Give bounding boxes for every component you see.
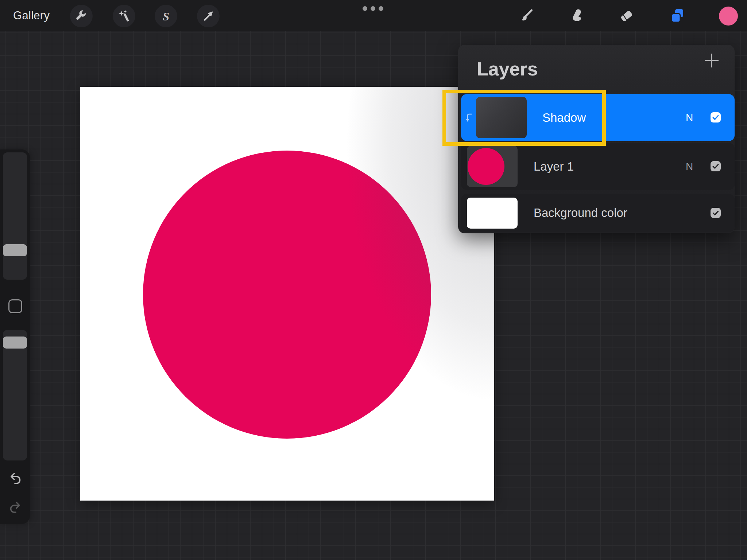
adjustments-button[interactable] — [113, 5, 135, 27]
checkbox-check-icon — [711, 113, 720, 122]
dot — [379, 6, 383, 11]
layer-row-layer1[interactable]: Layer 1 N — [461, 143, 735, 190]
layer-name: Layer 1 — [534, 143, 574, 190]
svg-text:S: S — [163, 10, 169, 22]
canvas-shadow-gradient — [80, 87, 494, 501]
checkbox-check-icon — [711, 209, 720, 217]
layer-visibility-checkbox[interactable] — [711, 112, 721, 122]
eraser-button[interactable] — [618, 8, 634, 24]
undo-button[interactable] — [8, 471, 23, 486]
magic-wand-icon — [118, 10, 130, 22]
dot — [371, 6, 375, 11]
drawing-canvas[interactable] — [80, 87, 494, 501]
transform-arrow-icon — [202, 10, 214, 22]
gallery-button[interactable]: Gallery — [13, 0, 50, 31]
selection-button[interactable]: S — [155, 5, 177, 27]
transform-button[interactable] — [197, 5, 220, 27]
highlight-annotation-box — [442, 90, 606, 146]
checkbox-check-icon — [711, 162, 720, 171]
layer-row-background-color[interactable]: Background color — [461, 194, 735, 232]
layers-icon — [669, 8, 685, 24]
layer-thumbnail[interactable] — [467, 146, 518, 187]
brush-button[interactable] — [519, 8, 535, 24]
eraser-icon — [618, 8, 634, 24]
layer-visibility-checkbox[interactable] — [711, 208, 721, 218]
add-layer-button[interactable] — [704, 52, 720, 69]
blend-mode-button[interactable]: N — [680, 143, 698, 190]
opacity-handle[interactable] — [3, 337, 27, 349]
color-swatch[interactable] — [719, 7, 738, 26]
undo-icon — [8, 472, 23, 486]
brush-icon — [519, 8, 535, 24]
wrench-icon — [75, 10, 88, 22]
plus-icon — [704, 52, 720, 69]
layer-visibility-checkbox[interactable] — [711, 161, 721, 171]
layer-thumbnail[interactable] — [467, 198, 518, 229]
sidebar-tool-controls — [0, 149, 30, 524]
smudge-icon — [568, 8, 584, 24]
opacity-slider[interactable] — [3, 330, 27, 460]
dot — [363, 6, 367, 11]
layer-name: Background color — [534, 194, 627, 232]
top-toolbar: Gallery S — [0, 0, 747, 31]
actions-button[interactable] — [70, 5, 93, 27]
smudge-button[interactable] — [568, 8, 584, 24]
more-options-icon[interactable] — [363, 6, 383, 11]
redo-button[interactable] — [8, 500, 23, 515]
layers-panel-title: Layers — [477, 58, 538, 80]
modify-button[interactable] — [8, 299, 22, 313]
blend-mode-button[interactable]: N — [680, 94, 698, 141]
brush-size-slider[interactable] — [3, 152, 27, 280]
thumbnail-pink-circle — [468, 148, 504, 185]
brush-size-handle[interactable] — [3, 244, 27, 256]
layers-button[interactable] — [669, 8, 685, 24]
redo-icon — [8, 501, 23, 514]
selection-icon: S — [160, 10, 172, 22]
